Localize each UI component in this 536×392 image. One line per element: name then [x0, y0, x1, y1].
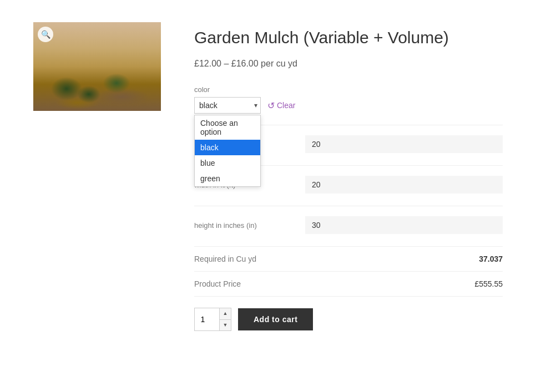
- height-input[interactable]: [305, 216, 503, 234]
- color-label: color: [194, 85, 503, 94]
- dropdown-item-blue[interactable]: blue: [195, 155, 260, 171]
- length-input[interactable]: [305, 135, 503, 153]
- clear-button[interactable]: ↺ Clear: [267, 100, 295, 111]
- dropdown-item-green[interactable]: green: [195, 171, 260, 186]
- color-dropdown[interactable]: Choose an option black blue green: [194, 115, 261, 187]
- refresh-icon: ↺: [267, 100, 275, 111]
- color-select-wrapper: Choose an option black blue green ▾ Choo…: [194, 97, 261, 114]
- required-value: 37.037: [479, 254, 503, 263]
- required-label: Required in Cu yd: [194, 254, 479, 263]
- required-row: Required in Cu yd 37.037: [194, 246, 503, 271]
- cart-row: ▲ ▼ Add to cart: [194, 296, 503, 331]
- page-container: 🔍 Garden Mulch (Variable + Volume) £12.0…: [0, 0, 536, 353]
- up-arrow-icon: ▲: [223, 311, 228, 316]
- quantity-down-button[interactable]: ▼: [220, 320, 231, 331]
- product-image-section: 🔍: [33, 22, 161, 111]
- quantity-input[interactable]: [195, 308, 219, 330]
- product-title: Garden Mulch (Variable + Volume): [194, 28, 503, 48]
- price-row: Product Price £555.55: [194, 271, 503, 296]
- quantity-spinners: ▲ ▼: [219, 308, 231, 330]
- product-image: 🔍: [33, 22, 161, 111]
- down-arrow-icon: ▼: [223, 323, 228, 328]
- price-label: Product Price: [194, 279, 474, 288]
- dropdown-item-black[interactable]: black: [195, 140, 260, 155]
- zoom-button[interactable]: 🔍: [38, 27, 53, 42]
- height-label: height in inches (in): [194, 221, 305, 230]
- width-input[interactable]: [305, 176, 503, 194]
- quantity-up-button[interactable]: ▲: [220, 308, 231, 320]
- dropdown-item-default[interactable]: Choose an option: [195, 115, 260, 140]
- zoom-icon: 🔍: [41, 30, 50, 39]
- price-value: £555.55: [474, 279, 503, 288]
- color-field-group: color Choose an option black blue green …: [194, 85, 503, 114]
- color-row: Choose an option black blue green ▾ Choo…: [194, 97, 503, 114]
- product-price: £12.00 – £16.00 per cu yd: [194, 59, 503, 69]
- product-form: color Choose an option black blue green …: [194, 85, 503, 331]
- height-row: height in inches (in): [194, 206, 503, 234]
- clear-label: Clear: [277, 101, 295, 110]
- product-details-section: Garden Mulch (Variable + Volume) £12.00 …: [194, 22, 503, 331]
- color-select[interactable]: Choose an option black blue green: [194, 97, 261, 114]
- add-to-cart-button[interactable]: Add to cart: [238, 308, 313, 330]
- quantity-wrapper: ▲ ▼: [194, 308, 231, 331]
